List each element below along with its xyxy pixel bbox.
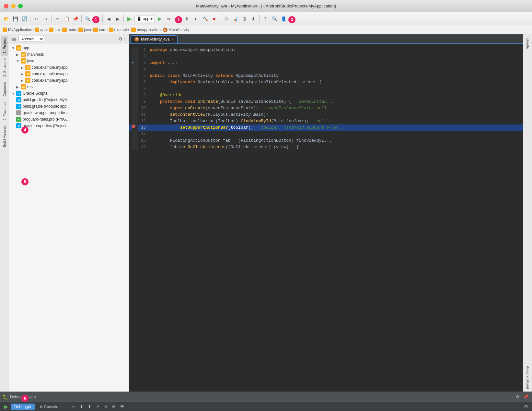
expand-import-icon[interactable]: + — [132, 61, 134, 65]
tree-item-app[interactable]: ▼ 📁 app — [9, 45, 129, 51]
traffic-lights[interactable] — [4, 4, 23, 8]
help-button[interactable]: ? — [261, 15, 270, 23]
java-icon: C — [163, 28, 168, 32]
code-editor[interactable]: 1 package com.example.myapplication; 2 +… — [129, 44, 523, 392]
close-button[interactable] — [4, 4, 8, 8]
update-button[interactable]: ⊞ — [240, 15, 249, 23]
save-button[interactable]: 💾 — [11, 15, 19, 23]
restore-layout-button[interactable]: ⊞ — [522, 403, 529, 410]
pin-button[interactable]: 📌 — [522, 393, 529, 401]
app-dropdown[interactable]: 📱 app ▾ — [134, 16, 155, 22]
debug-run-button[interactable]: ▶ — [125, 15, 134, 23]
sidebar-item-gradle[interactable]: Gradle — [525, 36, 531, 52]
breadcrumb-sep-5: › — [92, 28, 93, 31]
step-over-button[interactable]: ⇨ — [165, 15, 173, 23]
redo-button[interactable]: ↪ — [41, 15, 50, 23]
tree-item-gradle-scripts[interactable]: ▼ G Gradle Scripts — [9, 90, 129, 97]
settings-button[interactable]: ⚙ — [118, 36, 122, 41]
show-execution-point-button[interactable]: ⟳ — [110, 403, 118, 410]
tree-item-proguard[interactable]: P proguard-rules.pro (ProG... — [9, 116, 129, 123]
tree-item-com2[interactable]: ▶ 📁 com.example.myappli... — [9, 71, 129, 77]
evaluate-button[interactable]: ✕ — [102, 403, 110, 410]
cut-button[interactable]: ✂ — [53, 15, 62, 23]
console-tab[interactable]: 🖥 Console → — [36, 404, 66, 410]
step-over-debug-button[interactable]: ⇨ — [70, 403, 77, 410]
find-replace-button[interactable]: 🔎 — [92, 15, 101, 23]
toggle-breakpoints-button[interactable]: ☰ — [119, 403, 126, 410]
breadcrumb-src[interactable]: src — [49, 28, 60, 32]
breadcrumb-main[interactable]: main — [62, 28, 76, 32]
sidebar-item-build-variants[interactable]: Build Variants — [1, 123, 8, 150]
project-view-dropdown[interactable]: Android Project Packages — [18, 36, 44, 42]
tree-item-java[interactable]: ▼ 📁 java — [9, 58, 129, 64]
breadcrumb-label: MyApplication — [8, 28, 32, 32]
sort-button[interactable]: ↕ — [124, 36, 126, 41]
code-content-10: super.onCreate(savedInstanceState); save… — [150, 105, 520, 112]
sidebar-item-android-model[interactable]: Android Model — [525, 363, 531, 392]
resume-button[interactable]: ⏵ — [192, 15, 200, 23]
code-content-7 — [150, 86, 520, 92]
expand-arrow: ▶ — [16, 85, 21, 89]
download-button[interactable]: ⬇ — [249, 15, 258, 23]
breadcrumb-example[interactable]: example — [109, 28, 129, 32]
breadcrumb-com[interactable]: com — [93, 28, 106, 32]
back-button[interactable]: ◀ — [104, 15, 113, 23]
sidebar-item-favorites[interactable]: 2: Favorites — [1, 99, 8, 123]
resume-debug-button[interactable]: ▶ — [3, 403, 10, 410]
code-line-15: 15 FloatingActionButton fab = (FloatingA… — [129, 137, 523, 144]
breadcrumb-java[interactable]: java — [78, 28, 91, 32]
tree-item-res[interactable]: ▶ 📁 res — [9, 84, 129, 90]
tree-item-manifests[interactable]: ▶ 📁 manifests — [9, 51, 129, 58]
coverage-button[interactable]: ⊙ — [222, 15, 230, 23]
search-toolbar-button[interactable]: 🔍 — [270, 15, 279, 23]
build-variants-tab-label: Build Variants — [3, 125, 6, 147]
paste-button[interactable]: 📌 — [71, 15, 80, 23]
tree-item-gradle-properties[interactable]: G gradle.properties (Project:... — [9, 123, 129, 129]
stop-button[interactable]: ■ — [210, 15, 218, 23]
find-button[interactable]: 🔍 — [83, 15, 92, 23]
tree-item-com1[interactable]: ▶ 📁 com.example.myappli... — [9, 64, 129, 71]
tree-item-build-gradle-project[interactable]: G build.gradle (Project: MyA... — [9, 97, 129, 103]
step-out-button[interactable]: ⬆ — [183, 15, 191, 23]
open-folder-button[interactable]: 📂 — [2, 15, 10, 23]
sidebar-item-structure[interactable]: 2: Structure — [1, 56, 8, 79]
tree-item-gradle-wrapper[interactable]: gradle-wrapper.propertie... — [9, 110, 129, 116]
breadcrumb-myapplication[interactable]: MyApplication — [3, 28, 32, 32]
maximize-button[interactable] — [18, 4, 23, 8]
tree-item-com3[interactable]: ▶ 📁 com.example.myappli... — [9, 77, 129, 84]
tree-item-build-gradle-module[interactable]: G build.gradle (Module: app... — [9, 103, 129, 110]
step-out-debug-button[interactable]: ⬆ — [86, 403, 93, 410]
line-number-14: 14 — [138, 131, 150, 137]
breadcrumb-myapplication2[interactable]: myapplication — [131, 28, 160, 32]
run-to-cursor-button[interactable]: ↗ — [94, 403, 101, 410]
gradle-tab-label: Gradle — [526, 38, 530, 49]
tree-label: build.gradle (Module: app... — [23, 104, 70, 109]
tab-close-button[interactable]: × — [171, 38, 173, 41]
minimize-button[interactable] — [11, 4, 16, 8]
forward-button[interactable]: ▶ — [113, 15, 122, 23]
gutter-6 — [132, 79, 138, 86]
settings-debug-button[interactable]: ⚙ — [514, 393, 521, 401]
sidebar-item-captures[interactable]: Captures — [1, 79, 8, 99]
folder-icon — [3, 28, 7, 32]
breadcrumb-mainactivity[interactable]: C MainActivity — [163, 28, 189, 32]
sync-button[interactable]: 🔄 — [20, 15, 29, 23]
expand-arrow: ▶ — [21, 66, 25, 69]
run-button[interactable]: ▶ — [156, 15, 164, 23]
profile-button[interactable]: 📊 — [231, 15, 239, 23]
breakpoint-indicator[interactable] — [132, 124, 135, 128]
debugger-tab[interactable]: Debugger — [11, 404, 35, 410]
undo-button[interactable]: ↩ — [32, 15, 40, 23]
copy-button[interactable]: 📋 — [62, 15, 71, 23]
folder-icon — [49, 28, 53, 32]
expand-arrow: ▶ — [21, 79, 25, 82]
step-into-button[interactable]: ⬇ — [174, 15, 182, 23]
gradle-icon: G — [16, 97, 21, 102]
step-into-debug-button[interactable]: ⬇ — [78, 403, 85, 410]
build-button[interactable]: 🔨 — [201, 15, 209, 23]
user-button[interactable]: 👤 — [279, 15, 288, 23]
tab-mainactivity[interactable]: C MainActivity.java × — [130, 35, 178, 43]
code-content-1: package com.example.myapplication; — [150, 47, 520, 53]
sidebar-item-project[interactable]: 1: Project — [1, 36, 8, 56]
breadcrumb-app[interactable]: app — [35, 28, 47, 32]
